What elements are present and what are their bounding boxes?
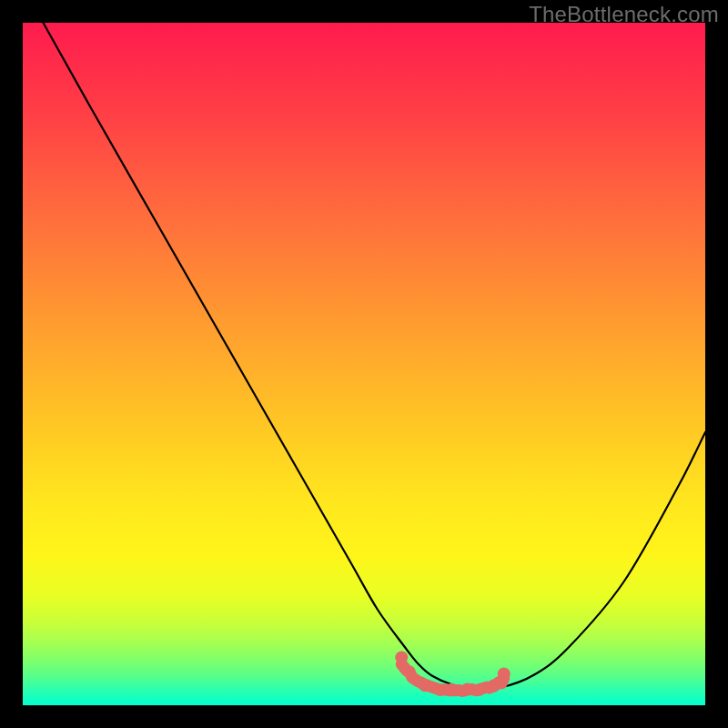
watermark-text: TheBottleneck.com bbox=[529, 2, 719, 27]
chart-root: TheBottleneck.com bbox=[0, 0, 728, 728]
marker-endpoint bbox=[498, 668, 511, 681]
marker-endpoint bbox=[395, 652, 408, 664]
plot-area bbox=[23, 23, 705, 705]
bottleneck-curve bbox=[44, 23, 706, 689]
chart-svg bbox=[23, 23, 705, 705]
